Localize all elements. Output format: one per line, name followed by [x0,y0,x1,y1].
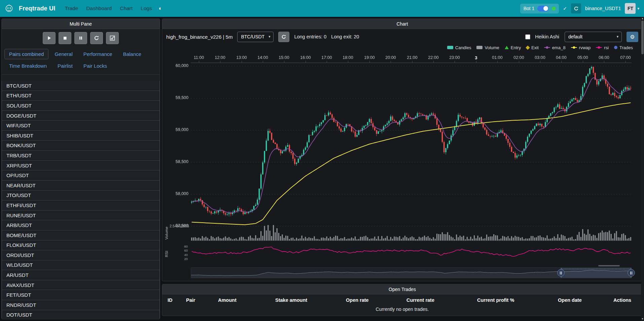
pair-label: NEAR/USDT [6,183,36,188]
legend-item-candles[interactable]: Candles [447,45,471,50]
pair-row[interactable]: ETH/USDT [2,91,160,101]
plot-settings-button[interactable]: ⚙ [627,32,638,42]
legend-marker-rect [476,46,482,49]
pair-row[interactable]: NEAR/USDT [2,180,160,191]
legend-label: rsi [604,45,609,50]
legend-item-rsi[interactable]: rsi [596,45,609,50]
pair-row[interactable]: FET/USDT [2,290,160,300]
global-refresh-button[interactable] [571,3,581,13]
pair-list: BTC/USDTETH/USDTSOL/USDTDOGE/USDTWIF/USD… [2,81,160,319]
tab-pairs-combined[interactable]: Pairs combined [4,49,48,59]
legend-item-trades[interactable]: Trades [614,45,633,50]
pair-label: TRB/USDT [6,153,32,158]
navigator-right-handle[interactable] [628,269,635,277]
chart-refresh-button[interactable] [278,32,289,42]
legend-item-ema_8[interactable]: ema_8 [544,45,566,50]
legend-label: ema_8 [552,45,566,50]
open-trades-empty-message: Currently no open trades. [162,305,642,316]
price-chart-canvas[interactable] [162,52,641,266]
navigator-left-handle[interactable] [557,269,565,277]
pair-row[interactable]: BTC/USDT [2,81,160,91]
chart-panel: Chart high_frog_binance_v226 | 5m BTC/US… [162,19,643,281]
bot-enable-toggle[interactable] [537,6,549,11]
pair-row[interactable]: FLOKI/USDT [2,240,160,251]
stop-button[interactable] [59,32,71,44]
pair-label: ORDI/USDT [6,252,34,258]
column-header-open-rate: Open rate [346,297,406,303]
theme-toggle-icon[interactable]: ◐ [159,5,162,11]
pair-label: BONK/USDT [6,142,36,148]
app-title: Freqtrade UI [19,5,55,12]
pair-row[interactable]: RNDR/USDT [2,300,160,310]
pair-row[interactable]: AR/USDT [2,270,160,280]
pair-label: JTO/USDT [6,192,31,198]
tab-pairlist[interactable]: Pairlist [53,61,77,71]
pair-row[interactable]: ETHFI/USDT [2,200,160,211]
pair-row[interactable]: WLD/USDT [2,260,160,270]
legend-marker-triangle [505,46,509,49]
open-trades-panel: Open Trades IDPairAmountStake amountOpen… [162,284,643,316]
nav-link-chart[interactable]: Chart [120,5,133,11]
pair-row[interactable]: DOT/USDT [2,310,160,319]
navigator-mini-scrollbar[interactable] [598,265,620,266]
scroll-down-arrow-icon[interactable]: ▼ [641,317,644,321]
scroll-up-arrow-icon[interactable]: ▲ [641,17,644,20]
pair-label: WLD/USDT [6,262,33,268]
long-exit-label: Long exit: 20 [331,34,359,39]
pair-row[interactable]: BOME/USDT [2,230,160,240]
chart-navigator[interactable] [191,267,632,278]
pair-label: RNDR/USDT [6,302,36,308]
tab-general[interactable]: General [50,49,77,59]
user-menu[interactable]: FT ▾ [625,3,639,14]
pause-button[interactable] [74,32,87,44]
tab-balance[interactable]: Balance [118,49,146,59]
pair-row[interactable]: TRB/USDT [2,150,160,161]
pair-label: BTC/USDT [6,83,32,89]
tab-performance[interactable]: Performance [79,49,117,59]
nav-link-dashboard[interactable]: Dashboard [86,5,112,11]
pair-row[interactable]: WIF/USDT [2,120,160,131]
reload-config-button[interactable] [90,32,103,44]
pair-row[interactable]: SOL/USDT [2,100,160,111]
heikin-ashi-label: Heikin Ashi [535,34,559,39]
pair-label: AVAX/USDT [6,282,34,288]
page-scrollbar[interactable]: ▲ ▼ [641,17,644,321]
clear-chart-button[interactable] [106,32,119,44]
pair-row[interactable]: RUNE/USDT [2,210,160,221]
bot-selector[interactable]: Bot 1 [520,4,559,13]
pair-row[interactable]: DOGE/USDT [2,110,160,121]
tab-row: Pairs combinedGeneralPerformanceBalance [4,48,157,60]
pair-label: FET/USDT [6,292,31,298]
pair-row[interactable]: JTO/USDT [2,190,160,201]
scrollbar-thumb[interactable] [641,21,644,54]
pair-row[interactable]: OP/USDT [2,170,160,181]
pair-row[interactable]: BONK/USDT [2,140,160,151]
legend-item-rvwap[interactable]: rvwap [571,45,591,50]
pair-row[interactable]: SHIB/USDT [2,130,160,141]
column-header-open-date: Open date [558,297,613,303]
tab-time-breakdown[interactable]: Time Breakdown [4,61,51,71]
heikin-ashi-checkbox[interactable] [525,34,530,39]
pair-label: SOL/USDT [6,103,32,108]
legend-item-entry[interactable]: Entry [505,45,521,50]
pair-select[interactable]: BTC/USDT [237,32,274,42]
bot-login-name: binance_USDT1 [585,6,621,11]
pair-row[interactable]: ORDI/USDT [2,250,160,260]
legend-item-volume[interactable]: Volume [476,45,499,50]
multi-pane-title: Multi Pane [2,19,160,29]
tab-pair-locks[interactable]: Pair Locks [79,61,112,71]
nav-link-trade[interactable]: Trade [65,5,78,11]
plot-config-select[interactable]: default [565,32,622,42]
pair-row[interactable]: AVAX/USDT [2,280,160,290]
start-button[interactable] [43,32,56,44]
pair-label: DOT/USDT [6,312,32,318]
chart-column: Chart high_frog_binance_v226 | 5m BTC/US… [162,19,643,319]
legend-marker-circle [614,46,617,49]
pair-row[interactable]: XRP/USDT [2,160,160,171]
column-header-stake-amount: Stake amount [275,297,346,303]
legend-item-exit[interactable]: Exit [526,45,539,50]
nav-link-logs[interactable]: Logs [141,5,152,11]
pair-row[interactable]: ARB/USDT [2,220,160,230]
navigator-selection[interactable] [561,268,631,278]
pair-label: DOGE/USDT [6,113,36,119]
